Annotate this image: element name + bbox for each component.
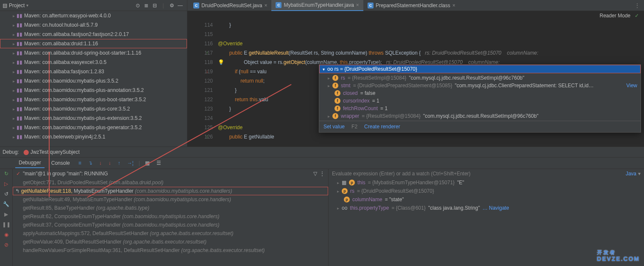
hide-icon[interactable]: — [176, 1, 184, 10]
tree-item[interactable]: ▸▮▮Maven: com.baomidou:mybatis-plus-gene… [0, 123, 187, 132]
run-to-cursor-icon[interactable]: →¦ [125, 160, 135, 166]
debug-config-tab[interactable]: ⬤ JwzTest.querySubject [23, 149, 80, 155]
line-number: 121 [187, 87, 218, 93]
reader-mode-label[interactable]: Reader Mode [599, 13, 630, 19]
line-number: 124 [187, 115, 218, 121]
force-step-icon[interactable]: ↓ [107, 160, 113, 166]
tree-item[interactable]: ▸▮▮Maven: com.alibaba:druid-spring-boot-… [0, 48, 187, 58]
bulb-icon[interactable]: 💡 [218, 59, 224, 65]
tree-item[interactable]: ▸▮▮Maven: com.alibaba.fastjson2:fastjson… [0, 30, 187, 39]
var-glyph-icon: ▦ [342, 180, 346, 186]
project-tree[interactable]: ▸▮▮Maven: cn.afterturn:easypoi-web:4.0.0… [0, 11, 187, 147]
wrench-icon[interactable]: 🔧 [3, 201, 9, 207]
popup-header[interactable]: ▾ oo rs = {DruidPooledResultSet@15070} [319, 65, 641, 73]
play-icon[interactable]: ▶ [4, 211, 8, 217]
stack-frame[interactable]: handleRowValuesForSimpleResultMap:361, D… [13, 246, 328, 255]
code-line[interactable]: ↑117 public E getNullableResult(ResultSe… [187, 48, 644, 58]
breakpoints-icon[interactable]: ◉ [4, 232, 8, 238]
mute-bp-icon[interactable]: ⊘ [4, 242, 8, 248]
tree-item[interactable]: ▸▮▮Maven: com.baomidou:mybatis-plus:3.5.… [0, 76, 187, 86]
view-link[interactable]: View [626, 83, 637, 89]
stack-frame[interactable]: ↰getNullableResult:118, MybatisEnumTypeH… [13, 187, 328, 195]
stack-frame[interactable]: applyAutomaticMappings:572, DefaultResul… [13, 229, 328, 238]
stop-icon[interactable]: ↺ [4, 191, 8, 197]
chevron-down-icon[interactable]: ▾ [638, 171, 641, 177]
rerun-icon[interactable]: ↻ [4, 171, 8, 177]
pause-icon[interactable]: ❚❚ [2, 222, 11, 227]
evaluate-input[interactable]: Evaluate expression (Enter) or add a wat… [329, 169, 644, 178]
evaluate-icon[interactable]: ▦ [143, 160, 151, 166]
code-text: } [218, 22, 231, 28]
popup-field-row[interactable]: ffetchRowCount = 1 [319, 105, 641, 112]
variables-list[interactable]: ▸▦pthis = {MybatisEnumTypeHandler@15071}… [329, 178, 644, 212]
code-line[interactable]: 115 [187, 30, 644, 39]
close-icon[interactable]: × [452, 3, 455, 8]
tab-label: MybatisEnumTypeHandler.java [284, 2, 354, 8]
code-line[interactable]: 114 } [187, 20, 644, 30]
popup-field-row[interactable]: ▸fstmt = {DruidPooledPreparedStatement@1… [319, 82, 641, 89]
tree-item-label: Maven: cn.hutool:hutool-all:5.7.9 [24, 22, 98, 28]
project-title[interactable]: ▤ Project ▾ [3, 3, 28, 8]
step-into-icon[interactable]: ↴ [86, 160, 94, 166]
gear-icon[interactable]: ⚙ [167, 1, 176, 10]
close-icon[interactable]: × [264, 3, 267, 8]
step-out-icon[interactable]: ↑ [116, 160, 122, 166]
more-icon[interactable]: ⋮ [320, 171, 325, 177]
tree-item[interactable]: ▸▮▮Maven: com.alibaba:easyexcel:3.0.5 [0, 58, 187, 67]
library-icon: ▮▮ [17, 134, 22, 140]
language-selector[interactable]: Java [626, 171, 636, 177]
close-icon[interactable]: × [356, 2, 359, 8]
debugger-tab[interactable]: Debugger [15, 158, 45, 168]
stack-frame[interactable]: getResult:37, CompositeEnumTypeHandler (… [13, 221, 328, 229]
resume-icon[interactable]: ▷ [4, 181, 8, 187]
reader-mode-bar: Reader Mode ✓ [187, 11, 644, 20]
popup-field-row[interactable]: fclosed = false [319, 89, 641, 97]
check-icon[interactable]: ✓ [635, 13, 639, 19]
stack-frame[interactable]: getRowValue:409, DefaultResultSetHandler… [13, 238, 328, 246]
trace-icon[interactable]: ☰ [155, 160, 163, 166]
filter-icon[interactable]: ▽ [313, 171, 317, 177]
popup-field-row[interactable]: ▸frs = {ResultSetImpl@15084} "com.mysql.… [319, 74, 641, 82]
variable-row[interactable]: ▸oothis.propertyType = {Class@601} "clas… [329, 204, 644, 212]
expand-icon[interactable]: ≣ [142, 1, 151, 10]
console-tab[interactable]: Console [48, 158, 73, 168]
create-renderer-link[interactable]: Create renderer [364, 124, 400, 130]
tree-item[interactable]: ▸▮▮Maven: cn.afterturn:easypoi-web:4.0.0 [0, 11, 187, 20]
locate-icon[interactable]: ⊙ [134, 1, 142, 10]
variable-row[interactable]: pcolumnName = "state" [329, 195, 644, 204]
field-name: fetchRowCount [343, 105, 378, 111]
tab-label: PreparedStatementHandler.class [376, 3, 450, 8]
var-name: this [357, 180, 365, 186]
tree-item[interactable]: ▸▮▮Maven: com.alibaba:fastjson:1.2.83 [0, 67, 187, 76]
tree-item[interactable]: ▸▮▮Maven: com.belerweb:pinyin4j:2.5.1 [0, 132, 187, 141]
stack-frame[interactable]: getResult:85, BaseTypeHandler (org.apach… [13, 204, 328, 212]
popup-field-row[interactable]: ▸fwrapper = {ResultSetImpl@15084} "com.m… [319, 112, 641, 120]
tree-item[interactable]: ▸▮▮Maven: cn.hutool:hutool-all:5.7.9 [0, 20, 187, 30]
more-tabs-icon[interactable]: ⋮ [635, 3, 640, 8]
thread-label[interactable]: "main"@1 in group "main": RUNNING [23, 171, 108, 177]
popup-field-row[interactable]: fcursorIndex = 1 [319, 97, 641, 105]
stack-frame[interactable]: getNullableResult:49, MybatisEnumTypeHan… [13, 195, 328, 204]
tree-item[interactable]: ▸▮▮Maven: com.alibaba:druid:1.1.16 [0, 39, 187, 48]
frames-list[interactable]: getObject:771, DruidPooledResultSet (com… [13, 178, 328, 255]
code-line[interactable]: ↑126 public E getNullable [187, 132, 644, 141]
tree-item[interactable]: ▸▮▮Maven: com.baomidou:mybatis-plus-boot… [0, 95, 187, 104]
tree-item[interactable]: ▸▮▮Maven: com.baomidou:mybatis-plus-anno… [0, 86, 187, 95]
navigate-link[interactable]: … Navigate [482, 205, 509, 211]
editor-tab[interactable]: CPreparedStatementHandler.class× [363, 0, 460, 11]
stack-frame[interactable]: getObject:771, DruidPooledResultSet (com… [13, 178, 328, 187]
set-value-link[interactable]: Set value [323, 124, 345, 130]
editor-tab[interactable]: CDruidPooledResultSet.java× [189, 0, 271, 11]
line-number: 125 [187, 125, 218, 130]
code-line[interactable]: 116@Override [187, 39, 644, 48]
tree-item[interactable]: ▸▮▮Maven: com.baomidou:mybatis-plus-core… [0, 104, 187, 114]
editor-tab[interactable]: CMybatisEnumTypeHandler.java× [271, 0, 363, 11]
step-down-icon[interactable]: ↓ [98, 160, 103, 166]
tree-item[interactable]: ▸▮▮Maven: com.baomidou:mybatis-plus-exte… [0, 114, 187, 123]
var-glyph-icon: oo [342, 205, 347, 211]
step-over-icon[interactable]: ≡ [77, 160, 83, 166]
variable-row[interactable]: ▸▦pthis = {MybatisEnumTypeHandler@15071}… [329, 178, 644, 187]
collapse-icon[interactable]: ⊟ [151, 1, 159, 10]
variable-row[interactable]: ▸prs = {DruidPooledResultSet@15070} [329, 187, 644, 195]
stack-frame[interactable]: getResult:62, CompositeEnumTypeHandler (… [13, 212, 328, 221]
